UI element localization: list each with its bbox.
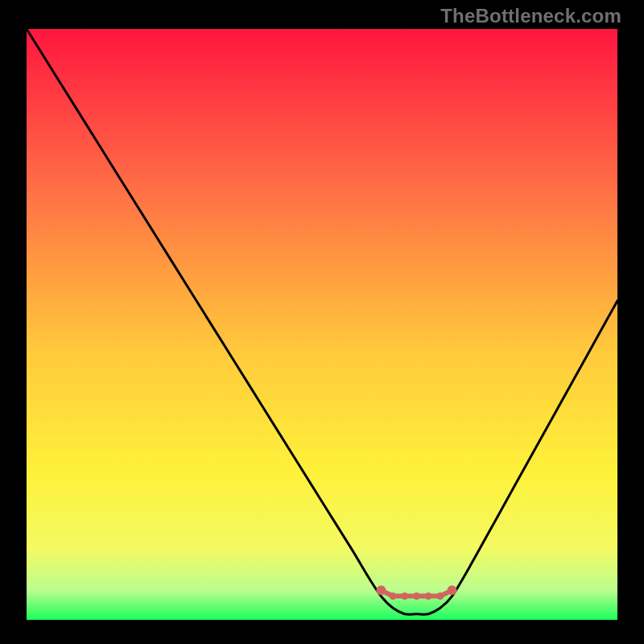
marker-dot [401, 592, 408, 600]
gradient-background [27, 29, 617, 620]
marker-dot [413, 592, 420, 600]
marker-dot [425, 592, 432, 600]
marker-dot [448, 585, 457, 595]
marker-dot [390, 592, 397, 600]
plot-svg [27, 29, 617, 620]
watermark-text: TheBottleneck.com [440, 5, 621, 27]
chart-frame: TheBottleneck.com [0, 0, 644, 644]
marker-dot [436, 592, 444, 600]
marker-dot [376, 585, 386, 595]
plot-area [27, 29, 617, 620]
